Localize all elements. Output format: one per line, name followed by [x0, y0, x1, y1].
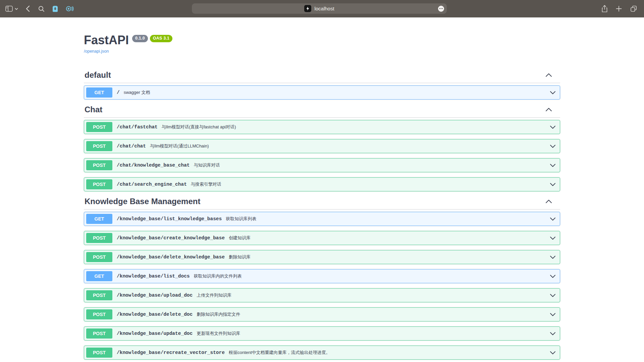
operation-summary[interactable]: POST /knowledge_base/update_doc 更新现有文件到知… [84, 327, 560, 340]
op-summary-text: swagger 文档 [124, 89, 549, 96]
operation-summary[interactable]: POST /chat/fastchat 与llm模型对话(直接与fastchat… [84, 120, 560, 134]
expand-operation-button[interactable] [549, 125, 556, 129]
operation-row: POST /chat/fastchat 与llm模型对话(直接与fastchat… [84, 120, 560, 134]
tag-header[interactable]: default [84, 70, 560, 83]
chevron-down-icon [550, 351, 556, 355]
expand-operation-button[interactable] [549, 294, 556, 297]
method-badge: POST [86, 348, 112, 358]
sidebar-toggle-icon[interactable] [5, 6, 13, 12]
operations: GET /knowledge_base/list_knowledge_bases… [84, 209, 560, 360]
operation-row: POST /knowledge_base/recreate_vector_sto… [84, 346, 560, 360]
expand-operation-button[interactable] [549, 332, 556, 336]
op-path: /knowledge_base/upload_doc [117, 293, 193, 298]
new-tab-icon[interactable] [616, 6, 622, 12]
operation-row: GET / swagger 文档 [84, 85, 560, 100]
operation-summary[interactable]: POST /chat/knowledge_base_chat 与知识库对话 [84, 159, 560, 172]
openapi-spec-link[interactable]: /openapi.json [84, 49, 109, 54]
tag-section: default GET / swagger 文档 [84, 70, 560, 100]
collapse-section-button[interactable] [545, 73, 552, 77]
operation-summary[interactable]: POST /knowledge_base/delete_knowledge_ba… [84, 250, 560, 264]
op-path: /knowledge_base/create_knowledge_base [117, 235, 225, 241]
chevron-down-icon [550, 217, 556, 221]
extension-star-icon[interactable] [66, 5, 74, 12]
expand-operation-button[interactable] [549, 255, 556, 259]
page-settings-ellipsis-icon[interactable] [438, 6, 444, 12]
operation-summary[interactable]: POST /knowledge_base/create_knowledge_ba… [84, 231, 560, 245]
method-badge: GET [86, 214, 112, 224]
operation-summary[interactable]: GET / swagger 文档 [84, 86, 560, 99]
operation-summary[interactable]: POST /knowledge_base/upload_doc 上传文件到知识库 [84, 289, 560, 302]
op-summary-text: 更新现有文件到知识库 [197, 330, 549, 337]
expand-operation-button[interactable] [549, 144, 556, 148]
method-badge: POST [86, 233, 112, 243]
operation-summary[interactable]: POST /knowledge_base/recreate_vector_sto… [84, 346, 560, 359]
operation-summary[interactable]: POST /chat/chat 与llm模型对话(通过LLMChain) [84, 139, 560, 153]
chevron-down-icon [550, 125, 556, 129]
op-summary-text: 删除知识库 [229, 254, 549, 260]
tag-header[interactable]: Chat [84, 105, 560, 118]
back-icon[interactable] [26, 5, 30, 12]
operation-row: GET /knowledge_base/list_docs 获取知识库内的文件列… [84, 269, 560, 283]
page-title: FastAPI [84, 33, 129, 48]
method-badge: POST [86, 179, 112, 189]
expand-operation-button[interactable] [549, 275, 556, 278]
chevron-down-icon [550, 183, 556, 186]
chevron-down-icon [550, 255, 556, 259]
op-summary-text: 与搜索引擎对话 [191, 181, 549, 187]
collapse-section-button[interactable] [545, 199, 552, 203]
section-title: default [85, 70, 111, 80]
expand-operation-button[interactable] [549, 351, 556, 355]
method-badge: POST [86, 160, 112, 170]
expand-operation-button[interactable] [549, 183, 556, 186]
tag-sections: default GET / swagger 文档 Chat [84, 70, 560, 360]
search-icon[interactable] [38, 6, 45, 12]
chevron-up-icon [545, 199, 552, 203]
browser-toolbar: localhost [0, 0, 644, 17]
expand-operation-button[interactable] [549, 313, 556, 316]
operation-summary[interactable]: GET /knowledge_base/list_knowledge_bases… [84, 212, 560, 226]
collapse-section-button[interactable] [545, 108, 552, 112]
op-path: /knowledge_base/delete_doc [117, 312, 193, 317]
tag-header[interactable]: Knowledge Base Management [84, 196, 560, 209]
chevron-down-icon [550, 275, 556, 278]
tab-group-chevron-icon[interactable] [15, 8, 18, 10]
oas-badge: OAS 3.1 [150, 35, 172, 42]
extension-bookmark-icon[interactable] [52, 5, 59, 12]
op-summary-text: 与llm模型对话(直接与fastchat api对话) [162, 124, 549, 130]
expand-operation-button[interactable] [549, 91, 556, 95]
expand-operation-button[interactable] [549, 164, 556, 167]
op-summary-text: 与llm模型对话(通过LLMChain) [150, 143, 549, 149]
expand-operation-button[interactable] [549, 217, 556, 221]
tag-section: Chat POST /chat/fastchat 与llm模型对话(直接与fas… [84, 105, 560, 191]
operation-summary[interactable]: POST /chat/search_engine_chat 与搜索引擎对话 [84, 178, 560, 191]
op-path: / [117, 90, 120, 95]
method-badge: POST [86, 328, 112, 339]
method-badge: POST [86, 252, 112, 262]
share-icon[interactable] [601, 5, 608, 13]
operation-summary[interactable]: POST /knowledge_base/delete_doc 删除知识库内指定… [84, 308, 560, 321]
op-path: /chat/knowledge_base_chat [117, 163, 190, 168]
operations: GET / swagger 文档 [84, 83, 560, 100]
method-badge: POST [86, 122, 112, 132]
operation-row: POST /knowledge_base/delete_knowledge_ba… [84, 250, 560, 264]
chevron-down-icon [550, 294, 556, 297]
operation-row: POST /knowledge_base/create_knowledge_ba… [84, 231, 560, 245]
operation-summary[interactable]: GET /knowledge_base/list_docs 获取知识库内的文件列… [84, 269, 560, 283]
chevron-down-icon [550, 236, 556, 240]
chevron-down-icon [550, 332, 556, 336]
chevron-up-icon [545, 108, 552, 112]
operation-row: GET /knowledge_base/list_knowledge_bases… [84, 212, 560, 226]
section-title: Chat [85, 105, 102, 115]
operation-row: POST /knowledge_base/upload_doc 上传文件到知识库 [84, 288, 560, 302]
version-badge: 0.1.0 [132, 35, 148, 42]
op-path: /knowledge_base/update_doc [117, 331, 193, 336]
tabs-overview-icon[interactable] [630, 5, 637, 12]
method-badge: GET [86, 87, 112, 98]
operation-row: POST /chat/search_engine_chat 与搜索引擎对话 [84, 177, 560, 191]
expand-operation-button[interactable] [549, 236, 556, 240]
address-bar[interactable]: localhost [192, 3, 447, 14]
op-summary-text: 与知识库对话 [194, 162, 549, 168]
toolbar-left-group [0, 5, 74, 12]
operations: POST /chat/fastchat 与llm模型对话(直接与fastchat… [84, 118, 560, 191]
operation-row: POST /knowledge_base/delete_doc 删除知识库内指定… [84, 307, 560, 321]
